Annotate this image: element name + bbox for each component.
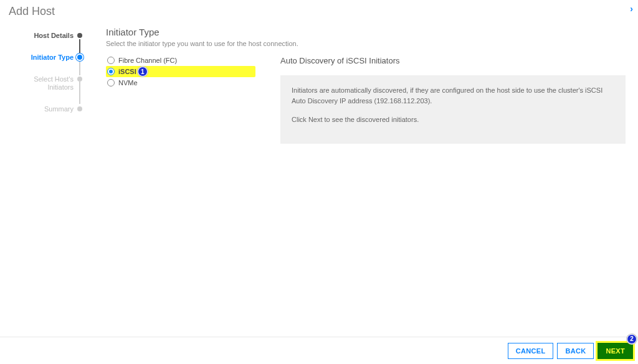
- page-title: Add Host: [0, 0, 638, 19]
- annotation-badge-2: 2: [627, 334, 637, 344]
- section-subtitle: Select the initiator type you want to us…: [106, 40, 626, 47]
- step-initiator-type[interactable]: Initiator Type: [0, 54, 87, 62]
- radio-input-fc[interactable]: [107, 57, 115, 64]
- step-label: Summary: [44, 105, 74, 113]
- radio-label: iSCSI: [118, 68, 136, 75]
- radio-nvme[interactable]: NVMe: [106, 78, 255, 87]
- next-button[interactable]: NEXT: [598, 343, 633, 359]
- add-host-wizard: Add Host › Host Details Initiator Type S…: [0, 0, 638, 364]
- step-summary: Summary: [0, 105, 87, 113]
- content-row: Fibre Channel (FC) iSCSI 1 NVMe Auto Dis…: [106, 56, 626, 144]
- radio-iscsi[interactable]: iSCSI 1: [106, 66, 255, 77]
- step-label: Initiator Type: [31, 54, 74, 62]
- wizard-stepper: Host Details Initiator Type Select Host'…: [0, 19, 87, 144]
- info-paragraph: Click Next to see the discovered initiat…: [292, 114, 614, 125]
- step-select-initiators: Select Host's Initiators: [0, 75, 87, 91]
- initiator-type-group: Fibre Channel (FC) iSCSI 1 NVMe: [106, 56, 255, 144]
- annotation-badge-1: 1: [138, 67, 148, 77]
- step-dot-icon: [77, 55, 82, 60]
- radio-input-iscsi[interactable]: [107, 68, 115, 75]
- radio-fibre-channel[interactable]: Fibre Channel (FC): [106, 56, 255, 65]
- section-title: Initiator Type: [106, 27, 626, 37]
- cancel-button[interactable]: CANCEL: [508, 343, 554, 359]
- step-dot-icon: [77, 106, 82, 111]
- step-label: Select Host's Initiators: [17, 75, 74, 91]
- close-icon[interactable]: ›: [630, 4, 633, 14]
- info-title: Auto Discovery of iSCSI Initiators: [280, 56, 626, 65]
- radio-label: NVMe: [118, 79, 138, 86]
- wizard-footer: CANCEL BACK 2 NEXT: [0, 337, 638, 364]
- step-dot-icon: [77, 33, 82, 38]
- next-button-wrap: 2 NEXT: [598, 343, 633, 359]
- radio-input-nvme[interactable]: [107, 79, 115, 86]
- wizard-main: Initiator Type Select the initiator type…: [87, 19, 638, 144]
- step-dot-icon: [77, 77, 82, 82]
- wizard-body: Host Details Initiator Type Select Host'…: [0, 19, 638, 144]
- step-label: Host Details: [34, 32, 74, 40]
- radio-label: Fibre Channel (FC): [118, 57, 177, 64]
- info-paragraph: Initiators are automatically discovered,…: [292, 85, 614, 106]
- info-box: Initiators are automatically discovered,…: [280, 75, 626, 144]
- step-host-details[interactable]: Host Details: [0, 32, 87, 40]
- info-column: Auto Discovery of iSCSI Initiators Initi…: [280, 56, 626, 144]
- back-button[interactable]: BACK: [557, 343, 594, 359]
